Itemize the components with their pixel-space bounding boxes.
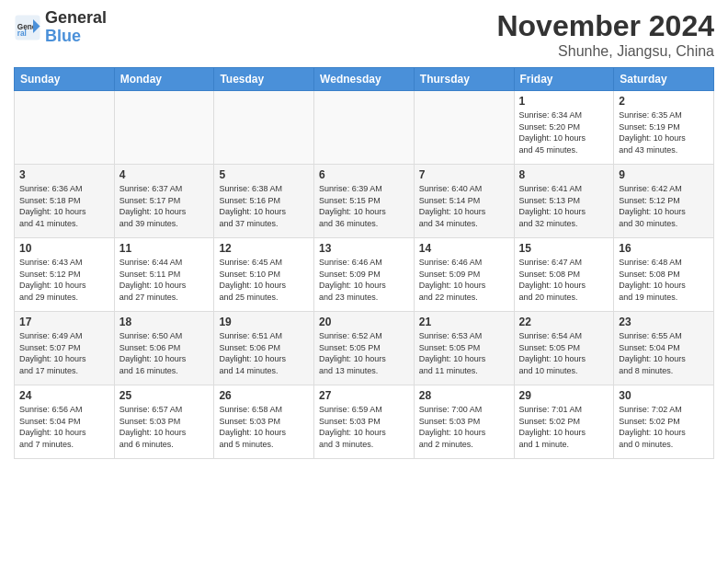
day-number: 13 [319,242,409,255]
header-monday: Monday [114,68,214,91]
day-cell: 22Sunrise: 6:54 AMSunset: 5:05 PMDayligh… [514,312,614,385]
day-cell: 28Sunrise: 7:00 AMSunset: 5:03 PMDayligh… [414,385,514,459]
day-cell [15,91,115,165]
week-row-2: 3Sunrise: 6:36 AMSunset: 5:18 PMDaylight… [15,165,714,238]
day-cell [114,91,214,165]
day-info: Sunrise: 6:50 AMSunset: 5:06 PMDaylight:… [119,331,187,375]
day-number: 22 [519,316,609,328]
header-wednesday: Wednesday [314,68,415,91]
day-number: 17 [19,316,109,328]
day-info: Sunrise: 6:47 AMSunset: 5:08 PMDaylight:… [519,258,586,302]
day-info: Sunrise: 6:53 AMSunset: 5:05 PMDaylight:… [419,331,486,375]
day-number: 25 [119,389,210,402]
day-info: Sunrise: 6:38 AMSunset: 5:16 PMDaylight:… [219,184,286,228]
day-number: 11 [119,242,210,255]
day-cell: 29Sunrise: 7:01 AMSunset: 5:02 PMDayligh… [514,385,614,459]
logo-general: General [45,9,107,28]
day-cell: 18Sunrise: 6:50 AMSunset: 5:06 PMDayligh… [114,312,214,385]
day-number: 29 [519,389,609,402]
day-info: Sunrise: 6:58 AMSunset: 5:03 PMDaylight:… [219,405,286,449]
day-info: Sunrise: 6:42 AMSunset: 5:12 PMDaylight:… [619,184,686,228]
day-info: Sunrise: 6:52 AMSunset: 5:05 PMDaylight:… [319,331,386,375]
day-cell: 21Sunrise: 6:53 AMSunset: 5:05 PMDayligh… [414,312,514,385]
day-cell: 3Sunrise: 6:36 AMSunset: 5:18 PMDaylight… [15,165,115,238]
day-cell: 4Sunrise: 6:37 AMSunset: 5:17 PMDaylight… [114,165,214,238]
day-info: Sunrise: 6:46 AMSunset: 5:09 PMDaylight:… [419,258,486,302]
day-cell: 20Sunrise: 6:52 AMSunset: 5:05 PMDayligh… [314,312,415,385]
day-info: Sunrise: 7:00 AMSunset: 5:03 PMDaylight:… [419,405,486,449]
day-number: 1 [519,95,609,108]
day-number: 12 [219,242,309,255]
day-number: 10 [19,242,109,255]
day-number: 24 [19,389,109,402]
day-cell: 24Sunrise: 6:56 AMSunset: 5:04 PMDayligh… [15,385,115,459]
day-cell: 26Sunrise: 6:58 AMSunset: 5:03 PMDayligh… [214,385,314,459]
day-number: 7 [419,168,509,181]
day-cell: 16Sunrise: 6:48 AMSunset: 5:08 PMDayligh… [614,238,714,312]
day-info: Sunrise: 6:59 AMSunset: 5:03 PMDaylight:… [319,405,386,449]
day-cell: 30Sunrise: 7:02 AMSunset: 5:02 PMDayligh… [614,385,714,459]
calendar-header: SundayMondayTuesdayWednesdayThursdayFrid… [15,68,714,91]
day-cell: 13Sunrise: 6:46 AMSunset: 5:09 PMDayligh… [314,238,415,312]
day-cell: 23Sunrise: 6:55 AMSunset: 5:04 PMDayligh… [614,312,714,385]
day-number: 8 [519,168,609,181]
day-number: 14 [419,242,509,255]
day-info: Sunrise: 6:45 AMSunset: 5:10 PMDaylight:… [219,258,286,302]
day-cell: 27Sunrise: 6:59 AMSunset: 5:03 PMDayligh… [314,385,415,459]
logo-text: General Blue [45,9,107,46]
calendar-body: 1Sunrise: 6:34 AMSunset: 5:20 PMDaylight… [15,91,714,459]
day-cell: 17Sunrise: 6:49 AMSunset: 5:07 PMDayligh… [15,312,115,385]
day-number: 28 [419,389,509,402]
day-cell: 15Sunrise: 6:47 AMSunset: 5:08 PMDayligh… [514,238,614,312]
day-number: 16 [619,242,709,255]
day-info: Sunrise: 6:46 AMSunset: 5:09 PMDaylight:… [319,258,386,302]
day-cell: 1Sunrise: 6:34 AMSunset: 5:20 PMDaylight… [514,91,614,165]
day-number: 6 [319,168,409,181]
day-info: Sunrise: 6:57 AMSunset: 5:03 PMDaylight:… [119,405,187,449]
day-info: Sunrise: 6:34 AMSunset: 5:20 PMDaylight:… [519,110,586,155]
main-container: Gene ral General Blue November 2024 Shun… [0,0,728,464]
day-info: Sunrise: 6:41 AMSunset: 5:13 PMDaylight:… [519,184,586,228]
day-number: 2 [619,95,709,108]
day-cell: 5Sunrise: 6:38 AMSunset: 5:16 PMDaylight… [214,165,314,238]
header-sunday: Sunday [15,68,115,91]
day-info: Sunrise: 7:01 AMSunset: 5:02 PMDaylight:… [519,405,586,449]
day-number: 5 [219,168,309,181]
day-number: 30 [619,389,709,402]
day-info: Sunrise: 6:36 AMSunset: 5:18 PMDaylight:… [19,184,86,228]
header-friday: Friday [514,68,614,91]
week-row-3: 10Sunrise: 6:43 AMSunset: 5:12 PMDayligh… [15,238,714,312]
day-cell [414,91,514,165]
day-cell: 12Sunrise: 6:45 AMSunset: 5:10 PMDayligh… [214,238,314,312]
day-info: Sunrise: 6:51 AMSunset: 5:06 PMDaylight:… [219,331,286,375]
title-section: November 2024 Shunhe, Jiangsu, China [496,9,714,60]
day-number: 21 [419,316,509,328]
logo-blue: Blue [45,28,107,46]
header-saturday: Saturday [614,68,714,91]
week-row-5: 24Sunrise: 6:56 AMSunset: 5:04 PMDayligh… [15,385,714,459]
day-info: Sunrise: 6:43 AMSunset: 5:12 PMDaylight:… [19,258,86,302]
day-info: Sunrise: 6:39 AMSunset: 5:15 PMDaylight:… [319,184,386,228]
day-info: Sunrise: 6:49 AMSunset: 5:07 PMDaylight:… [19,331,86,375]
header-row: SundayMondayTuesdayWednesdayThursdayFrid… [15,68,714,91]
logo: Gene ral General Blue [14,9,107,46]
month-title: November 2024 [496,9,714,43]
day-info: Sunrise: 6:48 AMSunset: 5:08 PMDaylight:… [619,258,686,302]
day-cell: 6Sunrise: 6:39 AMSunset: 5:15 PMDaylight… [314,165,415,238]
day-number: 3 [19,168,109,181]
day-cell: 10Sunrise: 6:43 AMSunset: 5:12 PMDayligh… [15,238,115,312]
day-number: 19 [219,316,309,328]
day-info: Sunrise: 6:54 AMSunset: 5:05 PMDaylight:… [519,331,586,375]
day-cell: 25Sunrise: 6:57 AMSunset: 5:03 PMDayligh… [114,385,214,459]
header-thursday: Thursday [414,68,514,91]
day-info: Sunrise: 6:44 AMSunset: 5:11 PMDaylight:… [119,258,187,302]
day-cell: 9Sunrise: 6:42 AMSunset: 5:12 PMDaylight… [614,165,714,238]
calendar-table: SundayMondayTuesdayWednesdayThursdayFrid… [14,67,714,459]
week-row-4: 17Sunrise: 6:49 AMSunset: 5:07 PMDayligh… [15,312,714,385]
day-cell: 14Sunrise: 6:46 AMSunset: 5:09 PMDayligh… [414,238,514,312]
svg-text:ral: ral [17,29,27,38]
day-number: 23 [619,316,709,328]
day-info: Sunrise: 6:35 AMSunset: 5:19 PMDaylight:… [619,110,686,155]
day-cell: 7Sunrise: 6:40 AMSunset: 5:14 PMDaylight… [414,165,514,238]
day-info: Sunrise: 6:55 AMSunset: 5:04 PMDaylight:… [619,331,686,375]
